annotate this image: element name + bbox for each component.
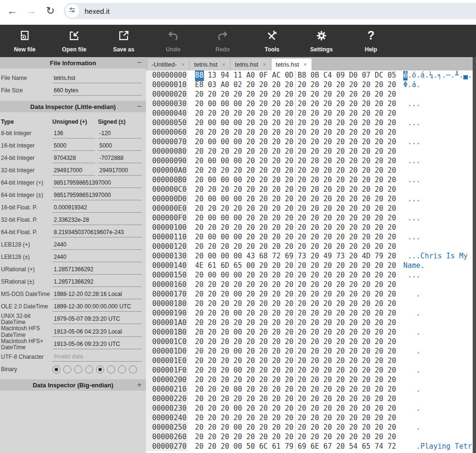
data-inspector-be-header[interactable]: Data Inspector (Big-endian) + <box>0 379 146 391</box>
hex-byte[interactable]: 00 <box>221 251 230 261</box>
hex-byte[interactable]: 20 <box>375 99 384 108</box>
hex-byte[interactable]: 00 <box>233 327 243 337</box>
inspector-value[interactable]: 2440 <box>52 240 142 250</box>
hex-byte[interactable]: 20 <box>388 365 397 375</box>
hex-byte[interactable]: 20 <box>311 251 320 261</box>
hex-byte[interactable]: 20 <box>195 365 204 375</box>
hex-byte[interactable]: 20 <box>285 242 294 251</box>
inspector-value[interactable]: 1979-05-07 09:23:20 UTC <box>52 315 142 324</box>
hex-byte[interactable]: 20 <box>388 175 397 185</box>
hex-byte[interactable]: 20 <box>323 108 332 118</box>
hex-byte[interactable]: 20 <box>221 365 230 375</box>
hex-byte[interactable]: 20 <box>195 89 204 99</box>
hex-byte[interactable]: 20 <box>208 242 217 251</box>
hex-byte[interactable]: 20 <box>246 99 255 108</box>
hex-byte[interactable]: 20 <box>298 346 307 356</box>
hex-byte[interactable]: 20 <box>323 404 332 413</box>
hex-byte[interactable]: 20 <box>272 308 281 318</box>
hex-byte[interactable]: 20 <box>349 280 358 289</box>
binary-bit-radio[interactable] <box>63 365 71 374</box>
hex-byte[interactable]: 20 <box>195 185 204 194</box>
hex-byte[interactable]: 20 <box>285 346 294 356</box>
hex-byte[interactable]: 20 <box>388 156 397 166</box>
hex-byte[interactable]: 20 <box>323 223 332 232</box>
hex-byte[interactable]: 00 <box>208 118 217 128</box>
hex-byte[interactable]: 20 <box>208 89 217 99</box>
hex-byte[interactable]: 20 <box>298 242 307 251</box>
hex-byte[interactable]: 20 <box>221 356 230 365</box>
hex-byte[interactable]: 20 <box>349 118 358 128</box>
ascii-column[interactable]: ... <box>403 175 472 185</box>
hex-byte[interactable]: 20 <box>349 99 358 108</box>
hex-byte[interactable]: 20 <box>259 280 268 289</box>
hex-byte[interactable]: 20 <box>221 432 230 442</box>
hex-byte[interactable]: 20 <box>195 280 204 289</box>
hex-byte[interactable]: 20 <box>246 242 255 251</box>
hex-byte[interactable]: 20 <box>246 423 255 432</box>
hex-byte[interactable]: 6E <box>311 442 320 451</box>
hex-byte[interactable]: 20 <box>336 204 345 213</box>
hex-byte[interactable]: 20 <box>375 223 384 232</box>
hex-byte[interactable]: 20 <box>272 185 281 194</box>
hex-byte[interactable]: 20 <box>208 289 217 299</box>
binary-bit-radio[interactable] <box>107 365 115 374</box>
hex-byte[interactable]: 20 <box>195 270 204 280</box>
tab-tetris-hst[interactable]: tetris.hst× <box>190 59 230 70</box>
hex-byte[interactable]: 20 <box>311 194 320 204</box>
hex-byte[interactable]: 20 <box>298 223 307 232</box>
hex-byte[interactable]: 20 <box>375 299 384 308</box>
hex-byte[interactable]: 20 <box>375 337 384 346</box>
hex-byte[interactable]: 20 <box>336 166 345 175</box>
hex-byte[interactable]: 00 <box>208 137 217 147</box>
hex-byte[interactable]: 20 <box>336 147 345 156</box>
hex-byte[interactable]: 00 <box>208 194 217 204</box>
hex-byte[interactable]: 20 <box>298 89 307 99</box>
hex-byte[interactable]: 20 <box>285 280 294 289</box>
hex-byte[interactable]: 20 <box>323 204 332 213</box>
hex-byte[interactable]: 20 <box>349 89 358 99</box>
ascii-column[interactable]: ... <box>403 99 472 108</box>
inspector-value[interactable]: 8.2193450370619607e-243 <box>52 228 142 237</box>
hex-byte[interactable]: 20 <box>221 375 230 384</box>
hex-byte[interactable]: 20 <box>311 166 320 175</box>
hex-byte[interactable]: 20 <box>246 156 255 166</box>
hex-byte[interactable]: 00 <box>208 156 217 166</box>
hex-byte[interactable]: 20 <box>336 137 345 147</box>
hex-byte[interactable]: 20 <box>311 185 320 194</box>
hex-byte[interactable]: 20 <box>311 308 320 318</box>
hex-byte[interactable]: 20 <box>388 118 397 128</box>
hex-byte[interactable]: 20 <box>272 166 281 175</box>
hex-byte[interactable]: 20 <box>272 270 281 280</box>
hex-byte[interactable]: 20 <box>285 394 294 404</box>
hex-byte[interactable]: 20 <box>362 270 371 280</box>
hex-byte[interactable]: 20 <box>298 99 307 108</box>
hex-byte[interactable]: 20 <box>311 404 320 413</box>
hex-byte[interactable]: 20 <box>375 384 384 394</box>
hex-byte[interactable]: 20 <box>208 318 217 327</box>
save-as-button[interactable]: Save as <box>99 25 148 57</box>
hex-byte[interactable]: A0 <box>246 70 255 80</box>
hex-byte[interactable]: 20 <box>272 423 281 432</box>
hex-byte[interactable]: 49 <box>323 251 332 261</box>
hex-byte[interactable]: 20 <box>298 337 307 346</box>
hex-byte[interactable]: 20 <box>336 394 345 404</box>
hex-byte[interactable]: 20 <box>272 394 281 404</box>
hex-byte[interactable]: 20 <box>362 356 371 365</box>
hex-byte[interactable]: 20 <box>246 223 255 232</box>
hex-byte[interactable]: 20 <box>272 337 281 346</box>
hex-byte[interactable]: 20 <box>221 280 230 289</box>
hex-byte[interactable]: 20 <box>336 185 345 194</box>
hex-byte[interactable]: 20 <box>336 327 345 337</box>
ascii-column[interactable]: . <box>403 346 472 356</box>
hex-byte[interactable]: 20 <box>285 99 294 108</box>
hex-byte[interactable]: 20 <box>311 375 320 384</box>
hex-byte[interactable]: 20 <box>272 194 281 204</box>
hex-byte[interactable]: AC <box>272 70 281 80</box>
hex-byte[interactable]: 20 <box>336 270 345 280</box>
hex-byte[interactable]: 72 <box>272 251 281 261</box>
hex-byte[interactable]: 20 <box>195 128 204 137</box>
hex-byte[interactable]: 20 <box>311 327 320 337</box>
hex-byte[interactable]: 20 <box>375 375 384 384</box>
hex-byte[interactable]: 20 <box>336 213 345 223</box>
hex-byte[interactable]: 20 <box>362 432 371 442</box>
